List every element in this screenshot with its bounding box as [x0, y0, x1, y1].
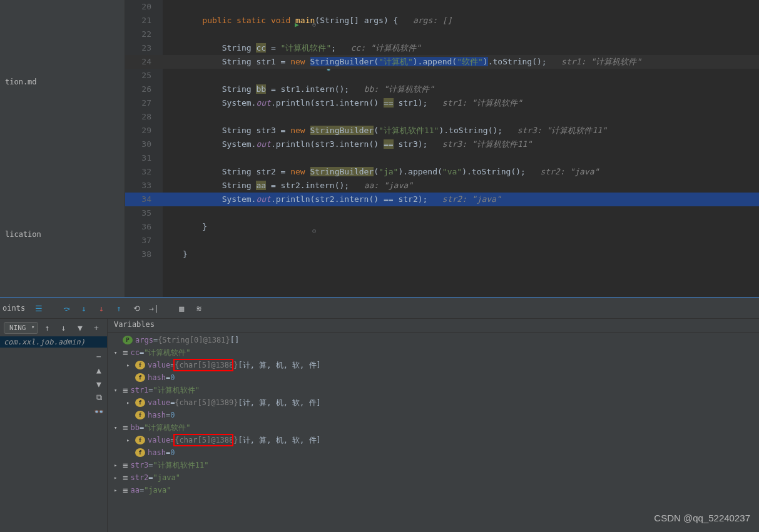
line-number[interactable]: 33: [125, 179, 163, 193]
line-number[interactable]: 36: [125, 220, 163, 234]
down-icon[interactable]: ▼: [93, 378, 105, 390]
force-step-into-icon[interactable]: ↓: [94, 301, 109, 316]
line-number[interactable]: 32: [125, 165, 163, 179]
code-line[interactable]: [163, 206, 759, 220]
line-number[interactable]: 35: [125, 206, 163, 220]
glasses-icon[interactable]: 👓: [93, 405, 105, 418]
line-number[interactable]: 26: [125, 83, 163, 96]
field-icon: f: [135, 436, 145, 444]
code-line[interactable]: String str3 = new StringBuilder("计算机软件11…: [163, 124, 759, 138]
code-line[interactable]: public static void main(String[] args) {…: [163, 14, 759, 28]
line-number[interactable]: 25: [125, 69, 163, 83]
equals-icon: ≡: [123, 485, 128, 495]
debug-tab-label[interactable]: oints: [3, 304, 29, 313]
line-number[interactable]: 24: [125, 55, 163, 69]
variable-row[interactable]: fhash = 0: [108, 371, 759, 384]
line-number[interactable]: 20: [125, 0, 163, 14]
variable-row[interactable]: ▸fvalue = {char[5]@1388} [计, 算, 机, 软, 件]: [108, 359, 759, 371]
line-number[interactable]: 31: [125, 151, 163, 165]
filter-icon[interactable]: ▼: [73, 320, 87, 335]
code-line[interactable]: [163, 28, 759, 41]
line-number[interactable]: 27: [125, 96, 163, 110]
variable-row[interactable]: ▸≡str2 = "java": [108, 471, 759, 484]
field-icon: f: [135, 398, 145, 407]
variable-row[interactable]: fhash = 0: [108, 409, 759, 421]
variable-row[interactable]: ▾≡bb = "计算机软件": [108, 421, 759, 434]
step-out-icon[interactable]: ↑: [111, 301, 126, 316]
variable-row[interactable]: ▾≡str1 = "计算机软件": [108, 384, 759, 396]
line-number[interactable]: 23: [125, 41, 163, 55]
code-line[interactable]: [163, 0, 759, 14]
equals-icon: ≡: [123, 385, 128, 395]
evaluate-icon[interactable]: ▦: [174, 301, 189, 316]
thread-dropdown[interactable]: NING: [4, 322, 38, 334]
code-editor[interactable]: public static void main(String[] args) {…: [163, 0, 759, 297]
debug-toolbar: oints ☰ ⤼ ↓ ↓ ↑ ⟲ →| ▦ ≋: [0, 298, 759, 319]
variable-row[interactable]: ▾≡cc = "计算机软件": [108, 346, 759, 359]
drop-frame-icon[interactable]: ⟲: [129, 301, 144, 316]
variables-header: Variables: [108, 319, 759, 333]
copy-icon[interactable]: ⧉: [93, 391, 105, 404]
variable-row[interactable]: ▸≡str3 = "计算机软件11": [108, 459, 759, 471]
sidebar-file-1[interactable]: tion.md: [3, 76, 122, 88]
line-number[interactable]: 28: [125, 110, 163, 124]
code-line[interactable]: [163, 69, 759, 83]
line-number[interactable]: 21: [125, 14, 163, 28]
step-over-icon[interactable]: ⤼: [59, 301, 74, 316]
variable-row[interactable]: Pargs = {String[0]@1381} []: [108, 334, 759, 346]
field-icon: f: [135, 448, 145, 457]
line-number[interactable]: 37: [125, 234, 163, 248]
code-line[interactable]: String bb = str1.intern(); bb: "计算机软件": [163, 83, 759, 96]
code-line[interactable]: String str2 = new StringBuilder("ja").ap…: [163, 165, 759, 179]
variable-row[interactable]: fhash = 0: [108, 446, 759, 459]
variables-panel: Variables Pargs = {String[0]@1381} []▾≡c…: [108, 319, 759, 532]
field-icon: f: [135, 411, 145, 419]
line-number[interactable]: 30: [125, 138, 163, 151]
code-line[interactable]: System.out.println(str2.intern() == str2…: [163, 193, 759, 206]
up-icon[interactable]: ▲: [93, 364, 105, 376]
layout-icon[interactable]: ☰: [31, 301, 46, 316]
line-gutter[interactable]: 20212223242526272829303132333435363738: [125, 0, 163, 297]
param-icon: P: [123, 336, 133, 344]
code-line[interactable]: [163, 151, 759, 165]
step-into-icon[interactable]: ↓: [76, 301, 91, 316]
variable-row[interactable]: ▸≡aa = "java": [108, 484, 759, 496]
trace-icon[interactable]: ≋: [191, 301, 206, 316]
line-number[interactable]: 29: [125, 124, 163, 138]
line-number[interactable]: 22: [125, 28, 163, 41]
watermark: CSDN @qq_52240237: [654, 513, 750, 523]
add-icon[interactable]: +: [89, 320, 103, 335]
code-line[interactable]: System.out.println(str1.intern() == str1…: [163, 96, 759, 110]
debug-panel: oints ☰ ⤼ ↓ ↓ ↑ ⟲ →| ▦ ≋ NING ↑ ↓ ▼ + c: [0, 298, 759, 532]
line-number[interactable]: 34: [125, 193, 163, 206]
next-frame-icon[interactable]: ↓: [57, 320, 71, 335]
run-to-cursor-icon[interactable]: →|: [146, 301, 161, 316]
variable-row[interactable]: ▸fvalue = {char[5]@1389} [计, 算, 机, 软, 件]: [108, 396, 759, 409]
equals-icon: ≡: [123, 473, 128, 483]
code-line[interactable]: String cc = "计算机软件"; cc: "计算机软件": [163, 41, 759, 55]
project-sidebar[interactable]: tion.md lication: [0, 0, 125, 297]
code-line[interactable]: }: [163, 220, 759, 234]
variable-row[interactable]: ▸fvalue = {char[5]@1388} [计, 算, 机, 软, 件]: [108, 434, 759, 446]
code-line[interactable]: }: [163, 248, 759, 261]
field-icon: f: [135, 373, 145, 382]
field-icon: f: [135, 361, 145, 369]
code-line[interactable]: System.out.println(str3.intern() == str3…: [163, 138, 759, 151]
equals-icon: ≡: [123, 460, 128, 470]
code-line[interactable]: [163, 110, 759, 124]
stack-frame[interactable]: com.xxl.job.admin): [0, 336, 107, 348]
line-number[interactable]: 38: [125, 248, 163, 261]
code-line[interactable]: String aa = str2.intern(); aa: "java": [163, 179, 759, 193]
frames-panel: NING ↑ ↓ ▼ + com.xxl.job.admin) − ▲ ▼ ⧉ …: [0, 319, 108, 532]
code-line[interactable]: [163, 234, 759, 248]
equals-icon: ≡: [123, 348, 128, 358]
sidebar-file-2[interactable]: lication: [3, 229, 122, 240]
prev-frame-icon[interactable]: ↑: [41, 320, 54, 335]
equals-icon: ≡: [123, 423, 128, 433]
code-line[interactable]: String str1 = new StringBuilder("计算机").a…: [163, 55, 759, 69]
minus-icon[interactable]: −: [93, 350, 105, 363]
